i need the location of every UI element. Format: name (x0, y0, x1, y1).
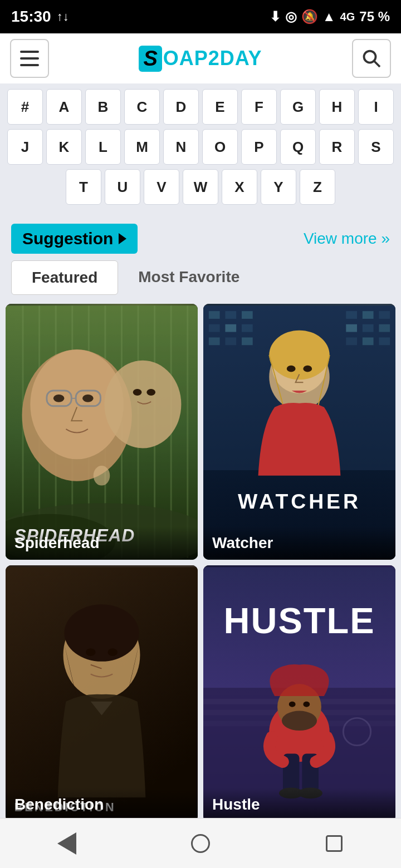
bottom-navigation (0, 818, 401, 868)
alpha-n[interactable]: N (163, 129, 199, 165)
watcher-art: WATCHER (203, 304, 395, 560)
movie-card-benediction[interactable]: BENEDICTION Benediction (6, 565, 198, 821)
svg-line-1 (374, 61, 380, 67)
alpha-x[interactable]: X (222, 169, 257, 205)
alpha-k[interactable]: K (46, 129, 82, 165)
status-bar: 15:30 ↑↓ ⬇ ◎ 🔕 ▲ 4G 75 % (0, 0, 401, 33)
menu-line (20, 64, 39, 66)
benediction-title: Benediction (6, 788, 198, 821)
hustle-poster: HUSTLE (203, 565, 395, 821)
watcher-poster: WATCHER (203, 304, 395, 560)
alpha-i[interactable]: I (358, 89, 394, 125)
svg-rect-41 (379, 311, 390, 319)
movie-card-watcher[interactable]: WATCHER Watcher (203, 304, 395, 560)
alpha-q[interactable]: Q (280, 129, 316, 165)
svg-rect-42 (346, 324, 357, 332)
alpha-d[interactable]: D (163, 89, 199, 125)
battery-icon: 75 % (359, 9, 390, 24)
svg-point-19 (53, 394, 65, 402)
svg-point-50 (269, 331, 329, 380)
alpha-t[interactable]: T (66, 169, 101, 205)
alpha-r[interactable]: R (319, 129, 355, 165)
svg-rect-43 (363, 324, 374, 332)
mute-icon: 🔕 (301, 9, 318, 24)
alpha-p[interactable]: P (241, 129, 277, 165)
movie-grid: SPIDERHEAD Spiderhead (0, 304, 401, 827)
svg-rect-30 (209, 311, 220, 319)
alpha-w[interactable]: W (183, 169, 218, 205)
alpha-b[interactable]: B (85, 89, 121, 125)
alpha-hash[interactable]: # (7, 89, 43, 125)
alpha-h[interactable]: H (319, 89, 355, 125)
svg-point-23 (146, 389, 155, 396)
menu-button[interactable] (10, 39, 49, 78)
chevron-right-icon (119, 233, 126, 244)
alpha-g[interactable]: G (280, 89, 316, 125)
home-icon (191, 834, 210, 853)
alpha-c[interactable]: C (124, 89, 160, 125)
svg-rect-45 (346, 337, 357, 345)
logo-text: OAP2DAY (163, 47, 262, 70)
4g-icon: 4G (340, 11, 355, 23)
svg-point-51 (287, 366, 296, 372)
suggestion-header: Suggestion View more » (0, 215, 401, 260)
back-button[interactable] (47, 824, 86, 863)
svg-point-0 (364, 51, 375, 63)
time: 15:30 (11, 8, 51, 26)
alpha-u[interactable]: U (105, 169, 140, 205)
alpha-s[interactable]: S (358, 129, 394, 165)
alpha-y[interactable]: Y (261, 169, 296, 205)
home-button[interactable] (181, 824, 220, 863)
svg-rect-44 (379, 324, 390, 332)
svg-point-57 (86, 648, 96, 656)
benediction-art: BENEDICTION (6, 565, 198, 821)
logo[interactable]: S OAP2DAY (139, 46, 262, 72)
svg-rect-46 (363, 337, 374, 345)
svg-rect-38 (242, 337, 253, 345)
alpha-z[interactable]: Z (300, 169, 335, 205)
svg-rect-36 (209, 337, 220, 345)
svg-rect-47 (379, 337, 390, 345)
svg-point-73 (282, 711, 317, 731)
svg-point-75 (303, 702, 310, 707)
suggestion-badge[interactable]: Suggestion (11, 224, 138, 254)
recents-button[interactable] (315, 824, 354, 863)
alpha-a[interactable]: A (46, 89, 82, 125)
status-right: ⬇ ◎ 🔕 ▲ 4G 75 % (270, 9, 390, 24)
svg-point-22 (133, 389, 142, 396)
signal-icon: ↑↓ (57, 9, 69, 24)
view-more-link[interactable]: View more » (304, 230, 390, 248)
movie-card-spiderhead[interactable]: SPIDERHEAD Spiderhead (6, 304, 198, 560)
svg-point-58 (107, 648, 118, 656)
svg-point-56 (64, 604, 139, 662)
search-button[interactable] (352, 39, 391, 78)
alpha-e[interactable]: E (202, 89, 238, 125)
alphabet-row-1: # A B C D E F G H I (3, 89, 398, 125)
alpha-l[interactable]: L (85, 129, 121, 165)
spiderhead-art: SPIDERHEAD (6, 304, 198, 560)
alpha-j[interactable]: J (7, 129, 43, 165)
hustle-art: HUSTLE (203, 565, 395, 821)
alpha-v[interactable]: V (144, 169, 179, 205)
alphabet-row-2: J K L M N O P Q R S (3, 129, 398, 165)
svg-point-21 (104, 361, 181, 448)
alpha-o[interactable]: O (202, 129, 238, 165)
watcher-title: Watcher (203, 526, 395, 560)
svg-point-52 (303, 366, 312, 372)
spiderhead-title: Spiderhead (6, 526, 198, 560)
svg-point-24 (94, 466, 110, 485)
suggestion-title: Suggestion (22, 229, 113, 248)
search-icon (361, 48, 382, 68)
alphabet-filter: # A B C D E F G H I J K L M N O P Q R S … (0, 83, 401, 215)
suggestion-tabs: Featured Most Favorite (0, 260, 401, 304)
tab-featured[interactable]: Featured (11, 260, 118, 295)
status-left: 15:30 ↑↓ (11, 8, 69, 26)
svg-rect-33 (209, 324, 220, 332)
alpha-m[interactable]: M (124, 129, 160, 165)
tab-most-favorite[interactable]: Most Favorite (118, 260, 260, 295)
movie-card-hustle[interactable]: HUSTLE (203, 565, 395, 821)
svg-rect-32 (242, 311, 253, 319)
logo-s: S (139, 46, 162, 72)
location-icon: ◎ (285, 9, 297, 24)
alpha-f[interactable]: F (241, 89, 277, 125)
